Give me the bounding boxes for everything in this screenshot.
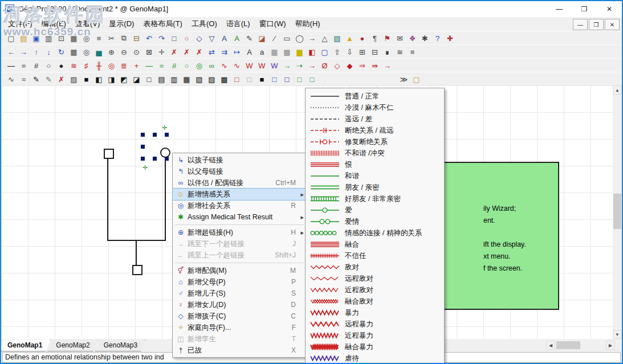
submenu-item-23[interactable]: 虐待 xyxy=(306,353,444,364)
copy-icon[interactable]: ⧉ xyxy=(118,32,130,44)
scroll-right-icon[interactable]: ▶ xyxy=(606,341,615,350)
context-menu-item-new-parents[interactable]: ⌂新增父母(P)P xyxy=(173,276,306,288)
menubar-item-3[interactable]: 显示(D) xyxy=(104,17,139,31)
send-back-icon[interactable]: ⇩ xyxy=(344,46,356,58)
submenu-item-8[interactable]: 朋友 / 亲密 xyxy=(306,182,444,193)
context-menu-item-new-son[interactable]: ♂新增儿子(S)S xyxy=(173,288,306,299)
text-style-icon[interactable]: A xyxy=(231,32,243,44)
menubar-item-5[interactable]: 工具(O) xyxy=(187,17,222,31)
font-decrease-icon[interactable]: a xyxy=(256,46,268,58)
new-male-icon[interactable]: □ xyxy=(168,32,180,44)
social-diamond-icon[interactable]: ◇ xyxy=(331,60,343,71)
rel-fusion-icon[interactable]: ≣ xyxy=(118,60,130,71)
selection-handle[interactable] xyxy=(153,133,157,137)
rel-best-friend-icon[interactable]: # xyxy=(168,60,180,71)
selection-handle[interactable] xyxy=(153,157,157,161)
rel-abuse-icon[interactable]: W xyxy=(268,60,280,71)
unlink-child-icon[interactable]: ✗ xyxy=(168,46,180,58)
context-menu-item-link-as-parent[interactable]: ↰以父母链接 xyxy=(173,166,306,177)
rel-cutoff-icon[interactable]: ╫ xyxy=(93,60,105,71)
social-arrow-triple-icon[interactable]: ⇛ xyxy=(369,60,381,71)
fill-diag-icon[interactable]: ▧ xyxy=(193,73,205,85)
fill-top-left-icon[interactable]: ◩ xyxy=(118,73,130,85)
statistics-icon[interactable]: ▅ xyxy=(93,46,105,58)
submenu-item-1[interactable]: 冷漠 / 麻木不仁 xyxy=(306,102,444,113)
menubar-item-2[interactable]: 查看(V) xyxy=(71,17,104,31)
context-menu-item-new-hyperlink[interactable]: ⊕新增超链接(H)H▸ xyxy=(173,227,306,238)
context-menu-item-new-child[interactable]: ◇新增孩子(C)C xyxy=(173,310,306,322)
snap-grid-icon[interactable]: ▩ xyxy=(281,46,293,58)
align-links-icon[interactable]: ⇉ xyxy=(218,46,230,58)
submenu-item-9[interactable]: 好朋友 / 非常亲密 xyxy=(306,193,444,205)
submenu-item-19[interactable]: 暴力 xyxy=(306,307,444,318)
frame-red-icon[interactable]: □ xyxy=(231,73,243,85)
eraser-icon[interactable]: ◪ xyxy=(256,32,268,44)
frame-green-icon[interactable]: □ xyxy=(294,73,306,85)
ungroup-icon[interactable]: ⊟ xyxy=(369,46,381,58)
new-pregnancy-icon[interactable]: ▽ xyxy=(206,32,218,44)
context-menu-item-assign-medical-test-result[interactable]: ✱Assign Medical Test Result▸ xyxy=(173,211,306,223)
pencil-icon[interactable]: ✎ xyxy=(243,32,255,44)
delete-stroke-icon[interactable]: ✗ xyxy=(55,73,67,85)
fill-lines-h-icon[interactable]: ▤ xyxy=(156,73,168,85)
rel-violence-icon[interactable]: W xyxy=(243,60,255,71)
scroll-up-icon[interactable]: ▲ xyxy=(613,85,622,95)
curve-tool-2-icon[interactable]: ≈ xyxy=(18,73,30,85)
menubar-item-7[interactable]: 窗口(W) xyxy=(255,17,291,31)
submenu-item-13[interactable]: 融合 xyxy=(306,239,444,250)
rel-normal-icon[interactable]: — xyxy=(5,60,17,71)
submenu-item-7[interactable]: 和谐 xyxy=(306,170,444,182)
fill-lines-v-icon[interactable]: ▥ xyxy=(168,73,180,85)
warning-marker-icon[interactable]: ▲ xyxy=(344,32,356,44)
rel-harmony-icon[interactable]: — xyxy=(143,60,155,71)
zoom-in-icon[interactable]: ⊕ xyxy=(105,46,117,58)
fill-bottom-right-icon[interactable]: ◪ xyxy=(131,73,142,85)
rel-discord-icon[interactable]: ♯ xyxy=(80,60,92,71)
open-icon[interactable]: ▤ xyxy=(18,32,30,44)
frame-blue-icon[interactable]: □ xyxy=(268,73,280,85)
palette-icon[interactable]: ❖ xyxy=(406,32,418,44)
zoom-selection-icon[interactable]: ⊙ xyxy=(131,46,142,58)
rel-double-icon[interactable]: = xyxy=(18,60,30,71)
social-distant-icon[interactable]: ⇢ xyxy=(294,60,306,71)
fill-diag-2-icon[interactable]: ▨ xyxy=(206,73,218,85)
vertical-scrollbar[interactable]: ▲ ▼ xyxy=(613,85,622,339)
key-marker-icon[interactable]: ¶ xyxy=(369,32,381,44)
lock-icon[interactable]: ∎ xyxy=(381,46,393,58)
report-icon[interactable]: ≡ xyxy=(93,32,105,44)
horizontal-scrollbar[interactable]: ◀ ▶ xyxy=(546,341,615,350)
submenu-item-14[interactable]: 不信任 xyxy=(306,250,444,261)
pan-icon[interactable]: ✛ xyxy=(156,46,168,58)
context-menu-item-new-twin[interactable]: ◫新增孪生T xyxy=(173,333,306,345)
zoom-out-icon[interactable]: ⊖ xyxy=(118,46,130,58)
insert-picture-icon[interactable]: ▧ xyxy=(331,32,343,44)
maximize-button[interactable]: ❐ xyxy=(572,1,597,17)
social-arrow-bold-icon[interactable]: → xyxy=(381,60,393,71)
context-menu-item-jump-previous-hyperlink[interactable]: ←跳至上一个超链接Shift+J xyxy=(173,250,306,261)
rel-circle-icon[interactable]: ○ xyxy=(43,60,55,71)
selection-handle[interactable] xyxy=(165,133,169,137)
pencil-gray-icon[interactable]: ✎ xyxy=(43,73,55,85)
menubar-item-1[interactable]: 编辑(E) xyxy=(37,17,71,31)
female-circle-selected[interactable] xyxy=(160,148,170,158)
menubar-item-0[interactable]: 文件(F) xyxy=(3,17,37,31)
submenu-item-5[interactable]: 不和谐 /冲突 xyxy=(306,148,444,159)
mdi-restore-button[interactable]: ❐ xyxy=(589,19,604,30)
color-marker-icon[interactable]: ● xyxy=(356,32,368,44)
group-icon[interactable]: ⊞ xyxy=(356,46,368,58)
curve-tool-icon[interactable]: ∿ xyxy=(5,73,17,85)
save-icon[interactable]: ▣ xyxy=(30,32,42,44)
draw-arrow-icon[interactable]: → xyxy=(306,32,318,44)
frame-teal-icon[interactable]: □ xyxy=(306,73,318,85)
scroll-left-icon[interactable]: ◀ xyxy=(546,341,555,350)
rel-friendship-icon[interactable]: = xyxy=(156,60,168,71)
submenu-item-0[interactable]: 普通 / 正常 xyxy=(306,91,444,102)
social-arrow-double-icon[interactable]: ⇒ xyxy=(356,60,368,71)
rel-in-love-icon[interactable]: ◎ xyxy=(193,60,205,71)
font-increase-icon[interactable]: A xyxy=(243,46,255,58)
find-individual-icon[interactable]: ◎ xyxy=(80,46,92,58)
swap-mates-icon[interactable]: ⇄ xyxy=(206,46,218,58)
submenu-item-15[interactable]: 敌对 xyxy=(306,261,444,273)
submenu-item-2[interactable]: 遥远 / 差 xyxy=(306,113,444,125)
context-menu-item-new-mate[interactable]: ⚥新增配偶(M)M xyxy=(173,265,306,276)
